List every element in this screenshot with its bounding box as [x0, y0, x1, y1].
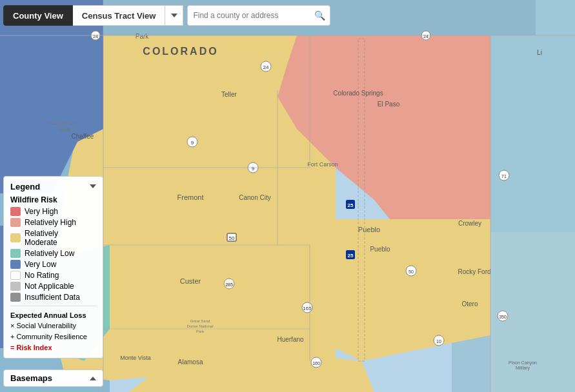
svg-text:Alamosa: Alamosa — [178, 358, 203, 366]
svg-text:285: 285 — [225, 282, 233, 287]
insufficient-data-label: Insufficient Data — [25, 293, 80, 302]
svg-rect-15 — [490, 35, 575, 232]
basemaps-panel[interactable]: Basemaps — [3, 369, 103, 387]
svg-text:Pueblo: Pueblo — [370, 246, 390, 253]
svg-text:Park: Park — [136, 33, 150, 40]
eal-line3: + Community Resilience — [10, 331, 96, 342]
svg-text:9: 9 — [252, 166, 255, 172]
svg-text:Salida: Salida — [58, 127, 71, 132]
legend-item-very-high: Very High — [10, 207, 96, 216]
svg-text:9: 9 — [191, 140, 194, 146]
svg-text:Colorado Springs: Colorado Springs — [333, 90, 383, 97]
svg-text:71: 71 — [501, 174, 507, 179]
svg-text:50: 50 — [229, 235, 235, 241]
legend-panel: Legend Wildfire Risk Very High Relativel… — [3, 176, 103, 359]
svg-text:25: 25 — [348, 253, 354, 259]
svg-text:50: 50 — [409, 270, 414, 274]
svg-text:Fort Carson: Fort Carson — [307, 161, 338, 168]
relatively-moderate-label: RelativelyModerate — [25, 229, 58, 247]
legend-item-very-low: Very Low — [10, 260, 96, 269]
svg-text:Li: Li — [537, 49, 542, 56]
svg-text:Military: Military — [516, 366, 530, 371]
risk-index-label: = Risk Index — [10, 344, 96, 351]
map-container[interactable]: 24 24 24 9 9 285 165 50 10 350 71 160 25… — [0, 0, 575, 392]
very-low-swatch — [10, 260, 21, 269]
svg-text:Rocky Ford: Rocky Ford — [458, 268, 490, 275]
relatively-low-swatch — [10, 249, 21, 258]
search-icon: 🔍 — [314, 10, 325, 21]
relatively-moderate-swatch — [10, 233, 21, 242]
svg-text:165: 165 — [303, 306, 312, 311]
very-high-label: Very High — [25, 207, 58, 216]
svg-text:Dunes National: Dunes National — [187, 324, 213, 328]
svg-text:Otero: Otero — [461, 300, 478, 308]
basemaps-label: Basemaps — [10, 373, 52, 383]
legend-item-not-applicable: Not Applicable — [10, 282, 96, 291]
svg-marker-9 — [297, 219, 490, 361]
legend-item-insufficient-data: Insufficient Data — [10, 293, 96, 302]
no-rating-swatch — [10, 271, 21, 280]
very-low-label: Very Low — [25, 260, 56, 269]
legend-item-relatively-moderate: RelativelyModerate — [10, 229, 96, 247]
search-button[interactable]: 🔍 — [310, 5, 330, 26]
no-rating-label: No Rating — [25, 271, 59, 280]
not-applicable-swatch — [10, 282, 21, 291]
svg-text:24: 24 — [93, 34, 98, 39]
chevron-down-icon — [171, 14, 177, 17]
legend-item-relatively-high: Relatively High — [10, 218, 96, 227]
insufficient-data-swatch — [10, 293, 21, 302]
relatively-low-label: Relatively Low — [25, 249, 74, 258]
svg-text:Fremont: Fremont — [177, 193, 204, 201]
svg-text:24: 24 — [263, 64, 269, 70]
svg-text:El Paso: El Paso — [378, 101, 400, 108]
svg-text:Canon City: Canon City — [239, 194, 270, 201]
county-view-tab[interactable]: County View — [3, 5, 73, 26]
svg-text:National Forest: National Forest — [48, 121, 75, 125]
svg-text:24: 24 — [423, 34, 429, 39]
legend-eal-section: Expected Annual Loss × Social Vulnerabil… — [10, 310, 96, 342]
svg-text:Great Sand: Great Sand — [190, 319, 210, 323]
legend-divider — [10, 306, 96, 306]
legend-header[interactable]: Legend — [10, 182, 96, 191]
census-tract-view-tab[interactable]: Census Tract View — [73, 5, 166, 26]
wildfire-risk-label: Wildfire Risk — [10, 195, 96, 204]
svg-text:Crowley: Crowley — [458, 220, 481, 227]
eal-line1: Expected Annual Loss — [10, 310, 96, 321]
legend-title: Legend — [10, 182, 40, 191]
legend-item-relatively-low: Relatively Low — [10, 249, 96, 258]
legend-item-no-rating: No Rating — [10, 271, 96, 280]
svg-text:Monte Vista: Monte Vista — [120, 355, 150, 361]
svg-text:Park: Park — [196, 329, 205, 333]
relatively-high-label: Relatively High — [25, 218, 76, 227]
toolbar: County View Census Tract View 🔍 — [3, 5, 330, 26]
not-applicable-label: Not Applicable — [25, 282, 74, 291]
svg-marker-7 — [110, 168, 310, 245]
svg-text:COLORADO: COLORADO — [143, 46, 218, 57]
svg-text:Pueblo: Pueblo — [358, 226, 380, 233]
legend-chevron-icon — [90, 184, 96, 188]
relatively-high-swatch — [10, 218, 21, 227]
svg-text:Huerfano: Huerfano — [277, 336, 304, 343]
very-high-swatch — [10, 207, 21, 216]
svg-text:10: 10 — [436, 339, 441, 344]
search-container: 🔍 — [187, 5, 330, 26]
svg-text:160: 160 — [312, 361, 320, 366]
svg-text:Pinon Canyon: Pinon Canyon — [509, 360, 537, 366]
svg-text:Chaffee: Chaffee — [72, 133, 94, 140]
svg-text:Teller: Teller — [221, 91, 237, 98]
view-dropdown-button[interactable] — [165, 5, 183, 26]
svg-text:350: 350 — [499, 315, 507, 319]
eal-line2: × Social Vulnerability — [10, 320, 96, 331]
search-input[interactable] — [187, 5, 310, 26]
basemaps-chevron-icon — [90, 377, 96, 380]
svg-text:Custer: Custer — [180, 277, 201, 285]
svg-text:25: 25 — [348, 202, 354, 208]
